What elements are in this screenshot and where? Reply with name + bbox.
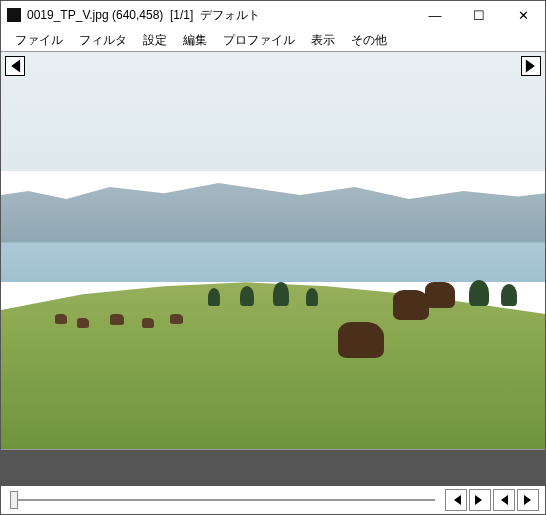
minimize-button[interactable]: — [413, 1, 457, 29]
tree [501, 284, 517, 306]
maximize-button[interactable]: ☐ [457, 1, 501, 29]
last-arrow-icon [522, 57, 540, 75]
tree [306, 288, 318, 306]
playback-controls [445, 489, 539, 511]
horse [110, 314, 124, 325]
menubar: ファイル フィルタ 設定 編集 プロファイル 表示 その他 [1, 29, 545, 51]
menu-view[interactable]: 表示 [303, 30, 343, 51]
slider-track [13, 499, 435, 501]
window-title: 0019_TP_V.jpg (640,458) [1/1] デフォルト [27, 7, 413, 24]
step-back-button[interactable] [445, 489, 467, 511]
window-controls: — ☐ ✕ [413, 1, 545, 29]
title-profile: デフォルト [200, 8, 260, 22]
image-treeline [1, 251, 545, 307]
step-back-icon [449, 493, 463, 507]
image-mountains [1, 163, 545, 242]
title-page: [1/1] [170, 8, 193, 22]
titlebar[interactable]: 0019_TP_V.jpg (640,458) [1/1] デフォルト — ☐ … [1, 1, 545, 29]
image-viewport[interactable] [1, 51, 545, 450]
menu-other[interactable]: その他 [343, 30, 395, 51]
go-last-icon [521, 493, 535, 507]
slider-thumb[interactable] [10, 491, 18, 509]
title-filename: 0019_TP_V.jpg [27, 8, 109, 22]
horse [77, 318, 89, 328]
play-icon [473, 493, 487, 507]
go-last-button[interactable] [517, 489, 539, 511]
go-first-icon [497, 493, 511, 507]
menu-filter[interactable]: フィルタ [71, 30, 135, 51]
menu-edit[interactable]: 編集 [175, 30, 215, 51]
app-icon [7, 8, 21, 22]
menu-settings[interactable]: 設定 [135, 30, 175, 51]
image-content [1, 52, 545, 449]
horse [425, 282, 455, 308]
horse [170, 314, 183, 324]
position-slider[interactable] [7, 489, 441, 511]
go-first-button[interactable] [493, 489, 515, 511]
main-window: 0019_TP_V.jpg (640,458) [1/1] デフォルト — ☐ … [0, 0, 546, 515]
tree [240, 286, 254, 306]
image-sky [1, 52, 545, 171]
menu-profile[interactable]: プロファイル [215, 30, 303, 51]
horse [338, 322, 384, 358]
first-arrow-icon [6, 57, 24, 75]
thumbnail-strip[interactable] [1, 450, 545, 486]
title-dimensions: (640,458) [112, 8, 163, 22]
play-button[interactable] [469, 489, 491, 511]
horse [55, 314, 67, 324]
tree [208, 288, 220, 306]
tree [469, 280, 489, 306]
bottom-toolbar [1, 486, 545, 514]
horse [393, 290, 429, 320]
tree [273, 282, 289, 306]
menu-file[interactable]: ファイル [7, 30, 71, 51]
prev-image-button[interactable] [5, 56, 25, 76]
next-image-button[interactable] [521, 56, 541, 76]
close-button[interactable]: ✕ [501, 1, 545, 29]
horse [142, 318, 154, 328]
